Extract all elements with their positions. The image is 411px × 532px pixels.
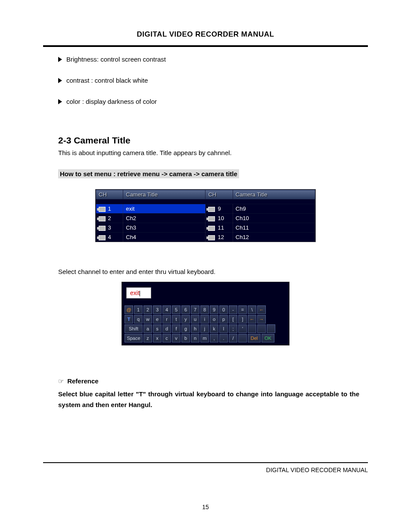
key-semicolon[interactable]: ; bbox=[229, 324, 237, 333]
key-i[interactable]: i bbox=[200, 315, 209, 324]
header-rule bbox=[43, 45, 368, 47]
bullet-text: Brightness: control screen contrast bbox=[66, 56, 166, 63]
camera-title-table: CH Camera Title CH Camera Title 1 exit 9… bbox=[95, 189, 316, 242]
key-bracket-right[interactable]: ] bbox=[238, 315, 247, 324]
reference-label: Reference bbox=[67, 377, 99, 385]
key-4[interactable]: 4 bbox=[162, 305, 171, 314]
keyboard-row: Space z x c v b n m , . / Del OK bbox=[125, 334, 286, 342]
key-equals[interactable]: = bbox=[238, 305, 247, 314]
key-right-arrow[interactable]: → bbox=[257, 315, 266, 324]
key-s[interactable]: s bbox=[153, 324, 162, 333]
key-l[interactable]: l bbox=[219, 324, 228, 333]
col-title: Camera Title bbox=[233, 190, 315, 199]
key-k[interactable]: k bbox=[210, 324, 218, 333]
camera-icon bbox=[99, 235, 106, 240]
key-shift[interactable]: Shift bbox=[125, 324, 143, 333]
key-e[interactable]: e bbox=[153, 315, 162, 324]
page-number: 15 bbox=[0, 504, 411, 510]
key-minus[interactable]: - bbox=[229, 305, 237, 314]
key-x[interactable]: x bbox=[153, 334, 162, 342]
keyboard-row: @ 1 2 3 4 5 6 7 8 9 0 - = \ ← bbox=[125, 305, 286, 314]
key-c[interactable]: c bbox=[162, 334, 171, 342]
reference-text: Select blue capital letter "T" through v… bbox=[58, 389, 359, 411]
col-ch: CH bbox=[96, 190, 123, 199]
key-del[interactable]: Del bbox=[248, 334, 261, 342]
key-bracket-left[interactable]: [ bbox=[229, 315, 237, 324]
triangle-icon bbox=[58, 78, 62, 83]
key-left-arrow[interactable]: ← bbox=[248, 315, 256, 324]
bullet-list: Brightness: control screen contrast cont… bbox=[58, 56, 368, 105]
key-backslash[interactable]: \ bbox=[248, 305, 256, 314]
camera-icon bbox=[99, 226, 106, 231]
key-y[interactable]: y bbox=[181, 315, 190, 324]
key-5[interactable]: 5 bbox=[172, 305, 181, 314]
key-w[interactable]: w bbox=[143, 315, 152, 324]
key-h[interactable]: h bbox=[191, 324, 199, 333]
bullet-item: Brightness: control screen contrast bbox=[58, 56, 368, 63]
key-1[interactable]: 1 bbox=[134, 305, 143, 314]
key-v[interactable]: v bbox=[172, 334, 181, 342]
key-b[interactable]: b bbox=[181, 334, 190, 342]
reference-block: ☞ Reference Select blue capital letter "… bbox=[58, 376, 359, 411]
key-f[interactable]: f bbox=[172, 324, 181, 333]
keyboard-row: Shift a s d f g h j k l ; ' bbox=[125, 324, 286, 333]
table-row[interactable]: 4 Ch4 12 Ch12 bbox=[96, 233, 315, 242]
key-at[interactable]: @ bbox=[125, 305, 133, 314]
key-q[interactable]: q bbox=[134, 315, 143, 324]
camera-icon bbox=[208, 226, 215, 231]
key-9[interactable]: 9 bbox=[210, 305, 218, 314]
key-ok[interactable]: OK bbox=[262, 334, 274, 342]
howto-path: How to set menu : retrieve menu -> camer… bbox=[58, 169, 239, 178]
key-t[interactable]: t bbox=[172, 315, 181, 324]
camera-icon bbox=[99, 207, 106, 212]
table-row[interactable]: 2 Ch2 10 Ch10 bbox=[96, 214, 315, 223]
key-n[interactable]: n bbox=[191, 334, 199, 342]
key-3[interactable]: 3 bbox=[153, 305, 162, 314]
key-slash[interactable]: / bbox=[229, 334, 237, 342]
key-quote[interactable]: ' bbox=[238, 324, 247, 333]
select-instruction: Select channel to enter and enter thru v… bbox=[58, 268, 368, 275]
key-7[interactable]: 7 bbox=[191, 305, 199, 314]
camera-icon bbox=[99, 216, 106, 221]
key-a[interactable]: a bbox=[143, 324, 152, 333]
key-backspace[interactable]: ← bbox=[257, 305, 266, 314]
key-g[interactable]: g bbox=[181, 324, 190, 333]
key-z[interactable]: z bbox=[143, 334, 152, 342]
key-8[interactable]: 8 bbox=[200, 305, 209, 314]
footer-rule bbox=[43, 462, 368, 463]
key-d[interactable]: d bbox=[162, 324, 171, 333]
footer-text: DIGITAL VIDEO RECODER MANUAL bbox=[43, 467, 368, 473]
key-o[interactable]: o bbox=[210, 315, 218, 324]
key-lang-t[interactable]: T bbox=[125, 315, 133, 324]
footer: DIGITAL VIDEO RECODER MANUAL bbox=[43, 467, 368, 473]
key-2[interactable]: 2 bbox=[143, 305, 152, 314]
camera-icon bbox=[208, 235, 215, 240]
bullet-item: contrast : control black white bbox=[58, 77, 368, 84]
key-0[interactable]: 0 bbox=[219, 305, 228, 314]
key-special-3[interactable] bbox=[267, 324, 275, 333]
col-ch: CH bbox=[206, 190, 233, 199]
triangle-icon bbox=[58, 99, 62, 104]
key-period[interactable]: . bbox=[219, 334, 228, 342]
key-comma[interactable]: , bbox=[210, 334, 218, 342]
key-special-1[interactable] bbox=[248, 324, 256, 333]
key-special-2[interactable] bbox=[257, 324, 266, 333]
key-m[interactable]: m bbox=[200, 334, 209, 342]
key-j[interactable]: j bbox=[200, 324, 209, 333]
table-row[interactable]: 1 exit 9 Ch9 bbox=[96, 204, 315, 214]
table-row[interactable]: 3 Ch3 11 Ch11 bbox=[96, 223, 315, 233]
key-special-4[interactable] bbox=[238, 334, 247, 342]
key-space[interactable]: Space bbox=[125, 334, 143, 342]
key-r[interactable]: r bbox=[162, 315, 171, 324]
key-u[interactable]: u bbox=[191, 315, 199, 324]
keyboard-input[interactable]: exit bbox=[126, 287, 151, 299]
key-p[interactable]: p bbox=[219, 315, 228, 324]
table-header-row: CH Camera Title CH Camera Title bbox=[96, 190, 315, 199]
camera-icon bbox=[208, 216, 215, 221]
key-6[interactable]: 6 bbox=[181, 305, 190, 314]
keyboard-row: T q w e r t y u i o p [ ] ← → bbox=[125, 315, 286, 324]
triangle-icon bbox=[58, 57, 62, 62]
virtual-keyboard: exit @ 1 2 3 4 5 6 7 8 9 0 - = \ ← T q bbox=[121, 282, 290, 345]
section-heading: 2-3 Cameral Title bbox=[58, 135, 368, 146]
col-title: Camera Title bbox=[123, 190, 206, 199]
